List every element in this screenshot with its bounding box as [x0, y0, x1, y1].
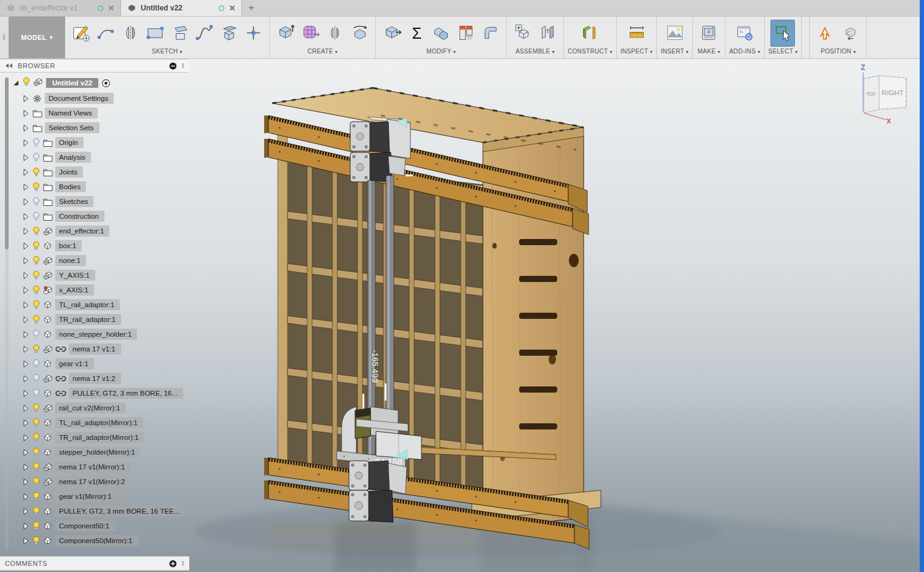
browser-item-label[interactable]: nema 17 v1:2: [69, 373, 121, 384]
visibility-bulb-on-icon[interactable]: [33, 462, 43, 472]
tool-fillet-button[interactable]: [478, 20, 503, 47]
expand-arrow-icon[interactable]: [23, 109, 33, 117]
tool-combine-button[interactable]: [429, 20, 453, 47]
tool-measure-button[interactable]: [624, 20, 649, 47]
tool-arc-button[interactable]: [93, 20, 118, 47]
section-dropdown-modify[interactable]: MODIFY ▾: [380, 48, 503, 58]
tool-create-sketch-button[interactable]: [69, 20, 93, 47]
visibility-bulb-on-icon[interactable]: [33, 285, 43, 295]
tool-sketch-point-button[interactable]: [241, 20, 265, 47]
visibility-bulb-off-icon[interactable]: [33, 211, 43, 221]
browser-item-label[interactable]: Component50:1: [55, 520, 115, 531]
expand-arrow-icon[interactable]: [23, 124, 33, 132]
tool-mirror-sketch-button[interactable]: [118, 20, 143, 47]
browser-row-4[interactable]: Analysis: [23, 150, 189, 165]
expand-arrow-icon[interactable]: [23, 242, 33, 250]
expand-arrow-icon[interactable]: [23, 404, 33, 412]
browser-row-9[interactable]: end_effector:1: [23, 224, 189, 238]
browser-scrollbar-thumb[interactable]: [5, 77, 9, 249]
expand-arrow-icon[interactable]: [23, 419, 33, 427]
visibility-bulb-on-icon[interactable]: [33, 506, 43, 516]
toolbar-grip[interactable]: ‖: [0, 17, 9, 58]
expand-arrow-icon[interactable]: [23, 375, 33, 383]
section-dropdown-make[interactable]: MAKE ▾: [697, 48, 721, 58]
visibility-bulb-off-icon[interactable]: [33, 197, 43, 206]
tool-rectangle-button[interactable]: [143, 20, 167, 47]
browser-item-label[interactable]: stepper_holder(Mirror):1: [55, 447, 141, 458]
tool-select-button[interactable]: [770, 20, 795, 47]
browser-row-29[interactable]: Component50:1: [23, 519, 189, 533]
tool-press-pull-button[interactable]: [380, 20, 404, 47]
section-dropdown-assemble[interactable]: ASSEMBLE ▾: [511, 48, 560, 58]
workspace-switcher[interactable]: MODEL▾: [9, 17, 65, 58]
expand-arrow-icon[interactable]: [23, 154, 33, 162]
browser-item-label[interactable]: TL_rail_adaptor(Mirror):1: [55, 417, 143, 428]
expand-arrow-icon[interactable]: [23, 463, 33, 471]
browser-item-label[interactable]: nema 17 v1:1: [69, 343, 121, 355]
browser-row-1[interactable]: Named Views: [23, 106, 189, 120]
browser-row-11[interactable]: none:1: [23, 253, 189, 268]
tool-capture-position-button[interactable]: [813, 20, 838, 47]
tool-new-component-button[interactable]: [511, 20, 535, 47]
tool-mirror-button[interactable]: [323, 20, 347, 47]
browser-item-label[interactable]: Y_AXIS:1: [55, 270, 95, 281]
visibility-bulb-off-icon[interactable]: [33, 138, 43, 147]
expand-arrow-icon[interactable]: [23, 213, 33, 221]
visibility-bulb-off-icon[interactable]: [33, 329, 43, 339]
tool-spline-button[interactable]: [192, 20, 216, 47]
section-dropdown-create[interactable]: CREATE ▾: [273, 48, 372, 58]
browser-item-label[interactable]: gear v1:1: [55, 358, 94, 369]
expand-arrow-icon[interactable]: [23, 257, 33, 265]
visibility-bulb-on-icon[interactable]: [33, 447, 43, 457]
browser-item-label[interactable]: Document Settings: [45, 93, 114, 104]
visibility-bulb-on-icon[interactable]: [33, 477, 43, 487]
expand-arrow-icon[interactable]: [23, 478, 33, 486]
visibility-bulb-on-icon[interactable]: [33, 536, 43, 546]
browser-root-row[interactable]: Untitled v22: [12, 76, 189, 90]
visibility-bulb-on-icon[interactable]: [33, 418, 43, 428]
browser-item-label[interactable]: nema 17 v1(Mirror):1: [55, 461, 130, 472]
expand-arrow-icon[interactable]: [23, 537, 33, 545]
visibility-bulb-on-icon[interactable]: [33, 521, 43, 531]
visibility-bulb-on-icon[interactable]: [33, 315, 43, 324]
section-dropdown-inspect[interactable]: INSPECT ▾: [621, 48, 653, 58]
expand-arrow-icon[interactable]: [23, 139, 33, 147]
expand-arrow-icon[interactable]: [23, 493, 33, 501]
close-tab-icon[interactable]: [229, 5, 235, 11]
tool-revert-position-button[interactable]: [838, 20, 863, 47]
browser-item-label[interactable]: Sketches: [55, 196, 93, 207]
browser-item-label[interactable]: Named Views: [45, 108, 98, 119]
section-dropdown-select[interactable]: SELECT ▾: [769, 48, 798, 58]
visibility-bulb-on-icon[interactable]: [23, 77, 30, 89]
browser-row-17[interactable]: nema 17 v1:1: [23, 342, 189, 356]
browser-row-23[interactable]: TR_rail_adaptor(Mirror):1: [23, 430, 189, 445]
expand-arrow-icon[interactable]: [23, 272, 33, 280]
browser-item-label[interactable]: TR_rail_adaptor(Mirror):1: [55, 432, 144, 443]
expand-arrow-icon[interactable]: [23, 316, 33, 324]
browser-item-label[interactable]: Construction: [55, 211, 104, 222]
browser-row-6[interactable]: Bodies: [23, 179, 189, 194]
browser-row-28[interactable]: PULLEY, GT2, 3 mm BORE, 16 TEE...: [23, 504, 189, 519]
browser-item-label[interactable]: end_effector:1: [55, 225, 109, 237]
section-dropdown-add-ins[interactable]: ADD-INS ▾: [729, 48, 761, 58]
browser-row-30[interactable]: Component50(Mirror):1: [23, 533, 189, 548]
expand-arrow-icon[interactable]: [23, 286, 33, 294]
visibility-bulb-on-icon[interactable]: [33, 492, 43, 501]
browser-row-15[interactable]: TR_rail_adaptor:1: [23, 312, 189, 327]
y-axis-dimension-label[interactable]: -165.499: [370, 350, 380, 382]
remove-panel-icon[interactable]: [169, 62, 177, 70]
tool-project-button[interactable]: [167, 20, 192, 47]
visibility-bulb-off-icon[interactable]: [33, 388, 43, 398]
browser-item-label[interactable]: box:1: [55, 240, 82, 251]
browser-item-label[interactable]: Selection Sets: [45, 122, 100, 133]
root-component-name[interactable]: Untitled v22: [46, 78, 98, 88]
browser-row-10[interactable]: box:1: [23, 238, 189, 253]
tool-construction-plane-button[interactable]: [578, 20, 602, 47]
visibility-bulb-on-icon[interactable]: [33, 226, 43, 236]
visibility-bulb-on-icon[interactable]: [33, 344, 43, 354]
browser-item-label[interactable]: x_AXIS:1: [55, 284, 94, 296]
browser-row-7[interactable]: Sketches: [23, 194, 189, 209]
expand-arrow-icon[interactable]: [23, 198, 33, 206]
browser-row-19[interactable]: nema 17 v1:2: [23, 371, 189, 386]
browser-item-label[interactable]: nema 17 v1(Mirror):2: [55, 476, 130, 487]
